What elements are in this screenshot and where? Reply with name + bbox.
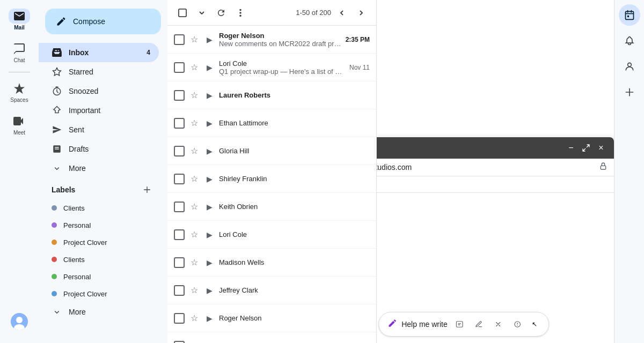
table-row[interactable]: ☆ ▶ Shirley Franklin [167, 165, 376, 193]
dropdown-button[interactable] [193, 4, 210, 21]
table-row[interactable]: ☆ ▶ Madison Wells [167, 249, 376, 277]
table-row[interactable]: ☆ ▶ Raymond Santos [167, 332, 376, 343]
star-button[interactable]: ☆ [189, 202, 200, 212]
table-row[interactable]: ☆ ▶ Keith Obrien [167, 193, 376, 221]
sidebar-item-important[interactable]: Important [39, 101, 159, 120]
label-item-clients2[interactable]: Clients [39, 251, 159, 268]
calendar-button[interactable] [619, 4, 640, 26]
help-me-write-bar[interactable]: Help me write ↖ [378, 312, 549, 337]
star-button[interactable]: ☆ [189, 174, 200, 184]
label-name-projectclover1: Project Clover [63, 238, 107, 247]
sidebar-item-inbox[interactable]: Inbox 4 [39, 43, 159, 62]
expand-button[interactable] [580, 141, 592, 154]
table-row[interactable]: ☆ ▶ Lori Cole Q1 project wrap-up — Here'… [167, 54, 376, 81]
email-checkbox[interactable] [174, 257, 185, 268]
table-row[interactable]: ☆ ▶ Roger Nelson [167, 304, 376, 332]
star-button[interactable]: ☆ [189, 257, 200, 268]
label-item-personal2[interactable]: Personal [39, 268, 159, 285]
table-row[interactable]: ☆ ▶ Lori Cole [167, 221, 376, 249]
star-button[interactable]: ☆ [189, 229, 200, 240]
table-row[interactable]: ☆ ▶ Roger Nelson New comments on MCR2022… [167, 26, 376, 54]
nav-item-mail[interactable]: Mail [2, 4, 36, 35]
table-row[interactable]: ☆ ▶ Gloria Hill [167, 137, 376, 165]
sidebar-item-drafts[interactable]: Drafts [39, 139, 159, 159]
email-checkbox[interactable] [174, 202, 185, 212]
user-avatar[interactable] [11, 313, 28, 330]
email-checkbox[interactable] [174, 229, 185, 240]
important-button[interactable]: ▶ [204, 146, 215, 156]
sidebar-item-snoozed[interactable]: Snoozed [39, 81, 159, 101]
email-checkbox[interactable] [174, 34, 185, 45]
important-button[interactable]: ▶ [204, 257, 215, 268]
hmw-refine-button[interactable] [471, 317, 486, 332]
important-button[interactable]: ▶ [204, 229, 215, 240]
label-item-clients1[interactable]: Clients [39, 199, 159, 217]
email-checkbox[interactable] [174, 62, 185, 73]
user-avatar-bottom[interactable] [11, 313, 28, 337]
more-options-button[interactable] [232, 4, 249, 21]
important-button[interactable]: ▶ [204, 90, 215, 101]
hmw-insert-button[interactable] [452, 317, 467, 332]
important-button[interactable]: ▶ [204, 285, 215, 296]
star-button[interactable]: ☆ [189, 90, 200, 101]
compose-button[interactable]: Compose [45, 9, 161, 34]
contacts-button[interactable] [619, 56, 640, 77]
minimize-button[interactable]: − [565, 141, 577, 154]
compose-to-input[interactable] [377, 163, 595, 172]
email-checkbox[interactable] [174, 118, 185, 129]
important-button[interactable]: ▶ [204, 174, 215, 184]
nav-item-meet[interactable]: Meet [2, 109, 36, 140]
sidebar-item-starred[interactable]: Starred [39, 62, 159, 81]
hmw-close-button[interactable] [491, 317, 506, 332]
nav-item-spaces[interactable]: Spaces [2, 77, 36, 107]
email-checkbox[interactable] [174, 341, 185, 344]
label-item-personal1[interactable]: Personal [39, 217, 159, 234]
compose-subject-input[interactable] [377, 180, 608, 189]
add-label-button[interactable] [140, 182, 155, 197]
add-button[interactable] [619, 81, 640, 103]
star-button[interactable]: ☆ [189, 341, 200, 344]
important-button[interactable]: ▶ [204, 202, 215, 212]
label-item-projectclover1[interactable]: Project Clover [39, 234, 159, 251]
star-button[interactable]: ☆ [189, 313, 200, 324]
email-checkbox[interactable] [174, 146, 185, 156]
star-button[interactable]: ☆ [189, 62, 200, 73]
label-name-personal2: Personal [63, 273, 91, 281]
star-button[interactable]: ☆ [189, 285, 200, 296]
close-compose-button[interactable]: × [595, 141, 608, 154]
star-button[interactable]: ☆ [189, 146, 200, 156]
hmw-more-button[interactable] [510, 317, 525, 332]
important-button[interactable]: ▶ [204, 313, 215, 324]
star-button[interactable]: ☆ [189, 118, 200, 129]
sidebar-item-more-labels[interactable]: More [39, 302, 159, 322]
notifications-button[interactable] [619, 30, 640, 51]
drafts-label: Drafts [69, 145, 89, 153]
pagination-text: 1-50 of 200 [296, 9, 331, 17]
email-checkbox[interactable] [174, 285, 185, 296]
next-page-button[interactable] [353, 4, 370, 21]
sidebar-item-sent[interactable]: Sent [39, 120, 159, 139]
prev-page-button[interactable] [333, 4, 350, 21]
nav-item-chat[interactable]: Chat [2, 37, 36, 68]
important-button[interactable]: ▶ [204, 341, 215, 344]
labels-section-header: Labels [39, 178, 167, 199]
important-button[interactable]: ▶ [204, 62, 215, 73]
important-button[interactable]: ▶ [204, 34, 215, 45]
important-icon [52, 105, 62, 116]
table-row[interactable]: ☆ ▶ Jeffrey Clark [167, 277, 376, 304]
label-item-projectclover2[interactable]: Project Clover [39, 285, 159, 302]
inbox-badge: 4 [147, 49, 150, 56]
email-checkbox[interactable] [174, 174, 185, 184]
select-all-button[interactable] [174, 4, 191, 21]
table-row[interactable]: ☆ ▶ Ethan Lattimore [167, 109, 376, 137]
email-content: Roger Nelson [219, 314, 365, 322]
email-checkbox[interactable] [174, 90, 185, 101]
email-checkbox[interactable] [174, 313, 185, 324]
nav-chat-label: Chat [13, 57, 25, 63]
table-row[interactable]: ☆ ▶ Lauren Roberts [167, 81, 376, 109]
refresh-button[interactable] [213, 4, 230, 21]
sidebar-item-more[interactable]: More [39, 159, 159, 178]
compose-subject-row [377, 176, 614, 193]
star-button[interactable]: ☆ [189, 34, 200, 45]
important-button[interactable]: ▶ [204, 118, 215, 129]
